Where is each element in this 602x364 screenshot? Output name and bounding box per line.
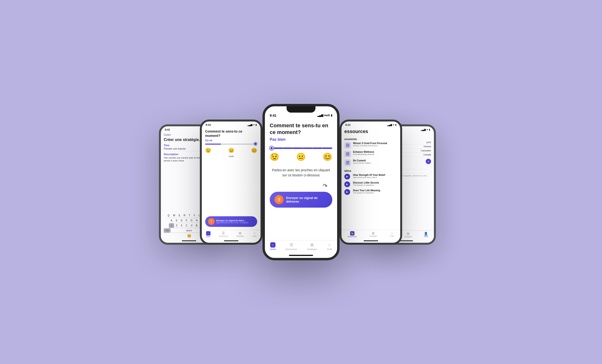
wifi-right2: ▾ (427, 128, 428, 131)
phone-center-main: 9:41 ▂▄▆ ▾wifi ▮ Comment te sens-tu en c… (262, 104, 340, 260)
tab-strategies-right2[interactable]: ⊞ Stratégies (404, 232, 412, 238)
birth-value: 1970 (426, 141, 431, 144)
mood-slider-center[interactable] (270, 147, 332, 149)
video-item-1[interactable]: ▶ How Strength Of Your Belief Split word… (344, 174, 397, 179)
key-x[interactable]: X (179, 223, 184, 228)
home-indicator-right1 (364, 240, 378, 241)
key-z[interactable]: Z (175, 223, 179, 228)
tab-profile-left1[interactable]: ○ Profil (252, 231, 256, 238)
resources-page-title: essources (344, 129, 397, 134)
battery-right2: ▮ (429, 128, 430, 131)
key-v[interactable]: V (190, 223, 194, 228)
mood-faces-center: 😟 😐 😊 (270, 152, 332, 161)
face-happy-center: 😊 (323, 152, 332, 161)
home-indicator-right2 (398, 240, 413, 241)
tab-home-left1[interactable]: ⌂ Home (206, 231, 211, 238)
chevron-2: › (430, 170, 431, 173)
mood-question-left: Comment te sens-tu ce moment? (205, 129, 257, 138)
slider-thumb-left (270, 146, 274, 150)
key-c[interactable]: C (184, 223, 189, 228)
signal-right1: ▂▄▆ (387, 124, 392, 126)
home-indicator-center (289, 255, 313, 256)
key-e[interactable]: E (177, 213, 182, 218)
sos-icon-left (208, 218, 215, 225)
tab-resources-left1[interactable]: ☰ Ressources (219, 231, 228, 238)
arrow-indicator: ↷ (270, 183, 332, 189)
svg-point-1 (211, 223, 212, 223)
tab-profile-center[interactable]: ○ Profil (327, 242, 332, 250)
quit-button[interactable]: Quitter (164, 134, 171, 136)
video-sub-2: The beauty of cultivation (353, 184, 379, 186)
doc-item-3[interactable]: Re Commit Every choice matters (344, 159, 397, 166)
play-icon-2: ▶ (344, 181, 350, 187)
key-q[interactable]: Q (166, 213, 171, 218)
key-d[interactable]: D (179, 218, 184, 223)
tab-strategies-left1[interactable]: ⊞ Stratégies (236, 231, 244, 238)
face-sad: 😟 (205, 147, 211, 153)
key-y[interactable]: Y (192, 213, 197, 218)
screen-resources: essources ocuments Winner S Gold From Pe… (342, 127, 400, 239)
center-question: Comment te sens-tu en ce moment? (270, 122, 332, 136)
status-icons-center: ▂▄▆ ▾wifi ▮ (317, 114, 332, 117)
add-contact-button[interactable]: + (426, 159, 431, 164)
key-t[interactable]: T (187, 213, 192, 218)
sos-subtext-left: Appel simulané de vos 3 cont... enregist… (216, 222, 248, 223)
video-text-1: How Strength Of Your Belief Split words … (353, 174, 385, 178)
sos-text-left: Envoyer un signal de détre... (216, 219, 248, 222)
tab-strategies-center[interactable]: ⊞ Stratégies (307, 242, 317, 250)
doc-item-2[interactable]: Enhance Wellness A snowboarding odyssey (344, 151, 397, 157)
tab-resources-label: Ressources (286, 248, 297, 250)
doc-title-1: Winner S Gold From Personal (353, 142, 387, 145)
key-g[interactable]: G (189, 218, 194, 223)
sos-button-left[interactable]: Envoyer un signal de détre... Appel simu… (205, 216, 257, 227)
svg-point-3 (279, 201, 280, 202)
video-title-2: Discover Little Secrets (353, 181, 379, 184)
wifi-left1: ▾ (253, 124, 255, 126)
slider-dot-5 (312, 148, 313, 149)
doc-item-1[interactable]: Winner S Gold From Personal A story of b… (344, 142, 397, 149)
key-b[interactable]: B (194, 223, 199, 228)
tab-resources-center[interactable]: ☰ Ressources (286, 242, 297, 250)
doc-title-2: Enhance Wellness (353, 151, 375, 153)
video-sub-1: Split words and save critters (353, 176, 385, 178)
sos-button-center[interactable]: Envoyer un signal de détresse (270, 192, 332, 208)
center-instruction: Parles-en avec tes proches en cliquant s… (270, 168, 332, 178)
slider-dot-3 (292, 148, 293, 149)
signal-right2: ▂▄▆ (421, 128, 426, 131)
video-sub-3: The beauty of cultivation (353, 192, 380, 194)
slider-dot-6 (322, 148, 322, 149)
key-a[interactable]: A (169, 218, 174, 223)
battery-center: ▮ (331, 114, 332, 117)
mood-answer-left: Ça va (205, 139, 257, 142)
phone-resources: 8:21 ▂▄▆ ▾ ▮ essources ocuments (340, 120, 402, 245)
key-w[interactable]: W (172, 213, 176, 218)
key-h[interactable]: H (194, 218, 199, 223)
tab-profile-right2[interactable]: 👤 Profil (424, 232, 428, 238)
time-left1: 9:41 (206, 124, 211, 126)
key-r[interactable]: R (182, 213, 187, 218)
sos-icon-center (275, 195, 284, 204)
resources-icon-center: ☰ (289, 242, 294, 248)
tab-strategies-right1[interactable]: ⊞ Stratégies (370, 231, 377, 238)
mood-slider-left[interactable] (205, 144, 257, 145)
doc-sub-1: A story of beauty and illusion (353, 145, 387, 147)
key-f[interactable]: F (184, 218, 189, 223)
signal-center: ▂▄▆ (317, 114, 323, 117)
country-value: Canada (423, 154, 431, 156)
tab-home-center[interactable]: ⌂ Home (270, 242, 276, 250)
tab-home-label: Home (270, 248, 276, 250)
key-123[interactable]: 123 (164, 228, 171, 233)
key-shift[interactable]: ⇧ (169, 223, 174, 228)
phones-showcase: 9:41 ▂▄▆ wifi ▮ Quitter Enregis... Créer… (108, 50, 494, 314)
screen-center: Comment te sens-tu en ce moment? Pas bie… (265, 119, 337, 240)
gender-value: Femme (424, 145, 431, 148)
doc-icon-2 (344, 151, 351, 157)
key-s[interactable]: S (174, 218, 179, 223)
video-item-3[interactable]: ▶ Does Your Life Meaning The beauty of c… (344, 189, 397, 195)
video-item-2[interactable]: ▶ Discover Little Secrets The beauty of … (344, 181, 397, 187)
tab-profile-right1[interactable]: ○ Profil (390, 231, 394, 238)
video-text-3: Does Your Life Meaning The beauty of cul… (353, 189, 380, 194)
tab-resources-right1[interactable]: 📚 Ressources (348, 231, 357, 238)
sos-text-container: Envoyer un signal de détresse (286, 196, 327, 203)
sos-button-label: Envoyer un signal de détresse (286, 196, 327, 203)
